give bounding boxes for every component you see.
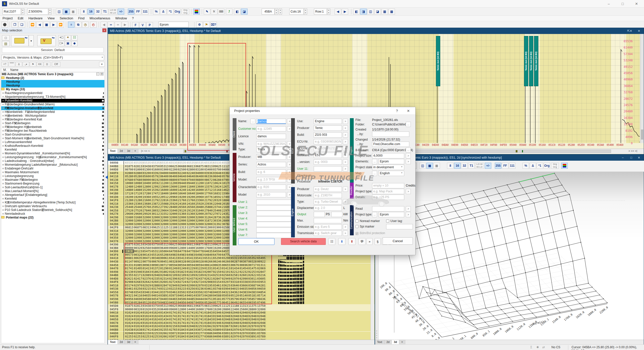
hex-cell[interactable]: 00594	[169, 264, 178, 267]
hex-cell[interactable]: 05530	[125, 301, 134, 304]
hex-cell[interactable]: 04640	[187, 175, 195, 178]
hex-cell[interactable]: 05313	[160, 165, 169, 168]
user-field-2[interactable]	[256, 205, 294, 210]
hex-cell[interactable]: 32000	[195, 212, 204, 216]
hex-cell[interactable]: 13750	[257, 304, 266, 308]
tree-item[interactable]: ∗F闌derbeginn bei Rauchbetrieb	[1, 129, 104, 133]
hex-cell[interactable]: 32000	[187, 219, 195, 223]
hex-cell[interactable]: 00246	[213, 260, 222, 264]
hex-cell[interactable]: 03174	[125, 284, 134, 287]
hex-cell[interactable]: 03789	[257, 335, 266, 338]
ecu-ecunr4[interactable]: e.g. 0281012113	[314, 146, 342, 151]
hex-cell[interactable]: 08288	[213, 178, 222, 182]
hex-cell[interactable]: 20320	[213, 199, 222, 202]
hex-cell[interactable]: 07040	[187, 178, 195, 182]
hex-cell[interactable]: 02048	[151, 274, 160, 277]
hex-cell[interactable]: 02314	[160, 277, 169, 281]
hex-cell[interactable]: 32000	[151, 223, 160, 226]
hex-cell[interactable]: 32000	[160, 240, 169, 243]
hex-cell[interactable]: 01024	[134, 325, 143, 328]
changed-by-field[interactable]: Fred,Olsecufile.com	[372, 142, 409, 147]
engine-output-ps[interactable]	[314, 212, 325, 217]
hex-cell[interactable]: 03748	[213, 287, 222, 291]
hex-cell[interactable]: 18592	[213, 195, 222, 199]
hex-cell[interactable]: 18400	[169, 192, 178, 195]
hex-cell[interactable]: 10624	[213, 182, 222, 185]
hex-cell[interactable]: 05313	[160, 304, 169, 308]
filter-more-icon[interactable]: ▼	[99, 62, 105, 67]
hex-cell[interactable]: 32000	[187, 223, 195, 226]
tree-item[interactable]: ∗Leistungsbegrenzung	[1, 174, 104, 178]
hex-cell[interactable]: 01331	[125, 264, 134, 267]
hex-cell[interactable]: 10592	[151, 182, 160, 185]
record-icon[interactable]: ⚫	[2, 22, 8, 28]
hex-cell[interactable]: 65413	[178, 256, 187, 260]
hex-cell[interactable]: 00676	[231, 264, 239, 267]
hex-cell[interactable]: 65535	[151, 161, 160, 165]
hex-cell[interactable]: 00061	[160, 256, 169, 260]
hex-cell[interactable]: 06813	[187, 304, 195, 308]
hex-cell[interactable]: 03256	[134, 287, 143, 291]
temic-block-label[interactable]: Temic 4x4 (16 Bit)	[534, 36, 538, 86]
w3d-view-111[interactable]: 111	[509, 163, 515, 169]
client-vin[interactable]: e.g. WAUZZZ8E35A23	[256, 141, 286, 147]
hex-cell[interactable]: 21760	[187, 199, 195, 202]
hex-cell[interactable]: 01843	[178, 335, 187, 338]
hex-cell[interactable]: 04588	[213, 294, 222, 297]
tree-item[interactable]: ∗Rauchbegrenzungskennfeld	[1, 91, 104, 95]
hex-cell[interactable]: 03072	[195, 328, 204, 332]
hex-cell[interactable]: 31680	[134, 216, 143, 219]
hex-cell[interactable]: 01875	[125, 165, 134, 168]
hex-cell[interactable]: 01741	[187, 311, 195, 315]
menu-item-?[interactable]: ?	[130, 16, 136, 21]
hex-row[interactable]: 0449802130019460184301802018020182301823…	[108, 270, 375, 274]
filter-rows-icon[interactable]: ☰	[44, 62, 50, 67]
hex-cell[interactable]: 04035	[143, 294, 151, 297]
cols-field[interactable]: Cols:16	[289, 9, 304, 15]
hex-cell[interactable]: 03750	[151, 304, 160, 308]
tree-item[interactable]: ∗Moment-Dynamikkennfeld _Korrekturmoment…	[1, 152, 104, 155]
hex-cell[interactable]: 25440	[125, 205, 134, 209]
hex-cell[interactable]: 03625	[222, 284, 231, 287]
w3d-op-%[interactable]: %	[522, 163, 529, 169]
window-arrange-icon-2[interactable]: ◫	[367, 9, 374, 15]
hex-cell[interactable]: 00320	[134, 308, 143, 311]
hex-cell[interactable]: 02724	[187, 280, 195, 284]
hex-cell[interactable]: 29600	[134, 212, 143, 216]
hex-cell[interactable]: 11313	[178, 226, 187, 229]
hex-cell[interactable]: 32000	[178, 240, 187, 243]
hex-cell[interactable]: 04956	[195, 301, 204, 304]
dialog-close-icon[interactable]: ✕	[403, 108, 413, 114]
hex-cell[interactable]: 01024	[143, 325, 151, 328]
hex-cell[interactable]: 02724	[178, 280, 187, 284]
hex-cell[interactable]: 12480	[134, 185, 143, 189]
hex-cell[interactable]: 11072	[204, 182, 213, 185]
hex-cell[interactable]: 19776	[204, 195, 213, 199]
hex-cell[interactable]: 03646	[231, 284, 239, 287]
menu-item-edit[interactable]: Edit	[15, 16, 26, 21]
vertical-scrollbar[interactable]	[640, 34, 644, 143]
hex-cell[interactable]: 65413	[187, 256, 195, 260]
display-mode-button-FF[interactable]: FF	[135, 9, 141, 15]
hex-row[interactable]: 046B801638016380174101843023550276501843…	[108, 328, 375, 332]
hex-cell[interactable]: 00328	[248, 260, 257, 264]
hex-cell[interactable]: 01802	[160, 270, 169, 274]
hex-row[interactable]: 0451803174029700292902888028470294902949…	[108, 284, 375, 287]
engine-emissionstd[interactable]: e.g. Euro 5	[314, 224, 342, 230]
hex-cell[interactable]: 03011	[248, 277, 257, 281]
hex-cell[interactable]: 29792	[204, 212, 213, 216]
hex-cell[interactable]: 01843	[204, 311, 213, 315]
hex-cell[interactable]: 64983	[178, 253, 187, 257]
hex-cell[interactable]: 32000	[169, 223, 178, 226]
hex-cell[interactable]: 00328	[134, 253, 143, 257]
hex-cell[interactable]: 00451	[160, 260, 169, 264]
hex-cell[interactable]: 12992	[151, 185, 160, 189]
tree-item[interactable]: MB Actros (MB ACTROS Temic Euro 3 (mappa…	[1, 72, 104, 76]
hex-cell[interactable]: 25920	[169, 202, 178, 206]
hex-cell[interactable]: 00614	[204, 264, 213, 267]
hex-cell[interactable]: 01843	[178, 332, 187, 335]
hex-cell[interactable]: 02253	[195, 325, 204, 328]
hex-cell[interactable]: 03200	[143, 171, 151, 175]
hex-cell[interactable]: 65535	[134, 161, 143, 165]
hex-cell[interactable]: 32000	[169, 236, 178, 240]
